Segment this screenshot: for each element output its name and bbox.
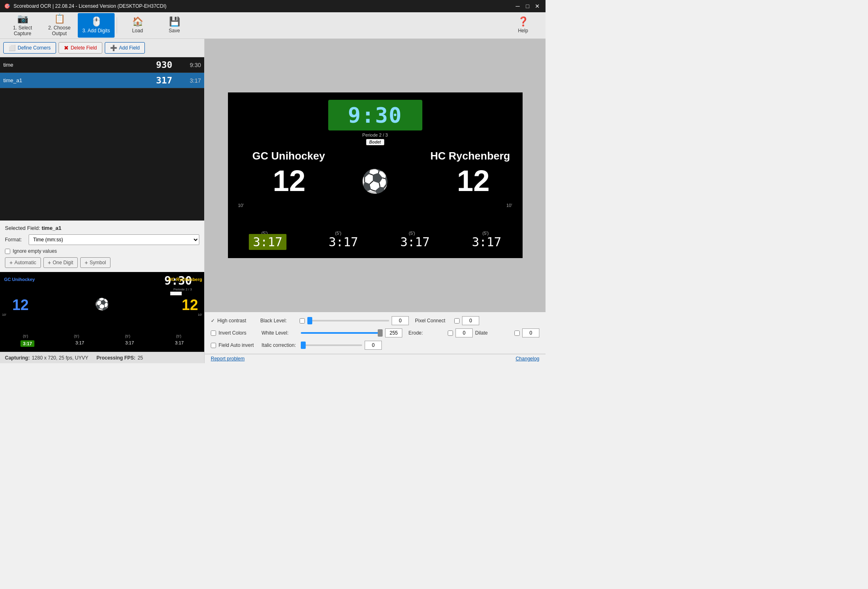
close-button[interactable]: ✕ xyxy=(533,2,541,10)
thumb-period-label-2: (5') xyxy=(74,334,79,338)
automatic-label: Automatic xyxy=(14,260,36,265)
digit-btn-group: + Automatic + One Digit + Symbol xyxy=(5,257,199,268)
left-panel: ⬜ Define Corners ✖ Delete Field ➕ Add Fi… xyxy=(0,39,205,363)
toolbar-choose-output[interactable]: 📋 2. Choose Output xyxy=(41,13,78,38)
define-corners-button[interactable]: ⬜ Define Corners xyxy=(3,42,56,54)
field-auto-invert-checkbox[interactable] xyxy=(211,343,216,348)
dilate-value: 0 xyxy=(522,328,539,337)
minimize-button[interactable]: ─ xyxy=(514,2,522,10)
field-row-time-a1[interactable]: time_a1 317 3:17 xyxy=(0,73,204,88)
thumb-period-label-3: (5') xyxy=(125,334,131,338)
black-level-value: 0 xyxy=(392,316,409,325)
field-row-time[interactable]: time 930 9:30 xyxy=(0,57,204,73)
checkmark-icon: ✓ xyxy=(211,318,215,324)
thumb-period: Periode 2 / 3 xyxy=(174,288,192,291)
toolbar-load[interactable]: 🏠 Load xyxy=(119,13,156,38)
ignore-empty-row: Ignore empty values xyxy=(5,248,199,254)
sb-times-row: 3:17 3:17 3:17 3:17 xyxy=(228,234,523,250)
save-icon: 💾 xyxy=(169,17,180,26)
thumb-ball: ⚽ xyxy=(95,297,109,311)
delete-field-button[interactable]: ✖ Delete Field xyxy=(59,42,102,54)
ignore-empty-checkbox[interactable] xyxy=(5,249,10,254)
thumb-team-right: HC Rychenberg xyxy=(168,277,202,282)
thumb-period-label-1: (5') xyxy=(23,334,28,338)
sb-period: Periode 2 / 3 xyxy=(362,133,388,137)
thumb-time-4: 3:17 xyxy=(175,340,183,347)
window-title: Scoreboard OCR | 22.08.24 - Licensed Ver… xyxy=(14,3,167,9)
format-select[interactable]: Time (mm:ss) Number Text xyxy=(29,234,199,245)
toolbar: 📷 1. Select Capture 📋 2. Choose Output 🖱… xyxy=(0,12,546,39)
main-layout: ⬜ Define Corners ✖ Delete Field ➕ Add Fi… xyxy=(0,39,546,363)
delete-field-label: Delete Field xyxy=(71,45,97,51)
toolbar-save[interactable]: 💾 Save xyxy=(156,13,193,38)
italic-correction-slider[interactable] xyxy=(301,344,362,346)
symbol-button[interactable]: + Symbol xyxy=(80,257,110,268)
sb-time-box: 9:30 xyxy=(328,100,422,130)
italic-correction-label: Italic correction: xyxy=(262,342,298,348)
titlebar-controls: ─ □ ✕ xyxy=(514,2,541,10)
maximize-button[interactable]: □ xyxy=(523,2,532,10)
selected-field-name: time_a1 xyxy=(42,225,61,231)
toolbar-add-digits[interactable]: 🖱️ 3. Add Digits xyxy=(78,13,115,38)
toolbar-help[interactable]: ❓ Help xyxy=(505,13,541,38)
toolbar-help-label: Help xyxy=(518,28,528,34)
titlebar: 🎯 Scoreboard OCR | 22.08.24 - Licensed V… xyxy=(0,0,546,12)
black-level-slider[interactable] xyxy=(307,320,389,321)
field-value-small-time-a1: 3:17 xyxy=(180,77,201,84)
controls-row-3: Field Auto invert Italic correction: 0 xyxy=(211,341,539,350)
capturing-value: 1280 x 720, 25 fps, UYVY xyxy=(32,355,88,361)
sb-team-left: GC Unihockey xyxy=(253,150,325,162)
delete-field-icon: ✖ xyxy=(64,45,69,51)
add-field-icon: ➕ xyxy=(110,45,117,51)
field-value-big-time: 930 xyxy=(156,60,172,70)
sb-time-val-4: 3:17 xyxy=(472,235,501,249)
sb-corner-10-right: 10' xyxy=(506,203,512,208)
sb-ball: ⚽ xyxy=(361,168,389,195)
plus-icon-auto: + xyxy=(9,259,13,266)
black-level-label: Black Level: xyxy=(260,318,297,324)
white-level-slider[interactable] xyxy=(301,332,383,334)
controls-panel: ✓ High contrast Black Level: 0 Pixel Con… xyxy=(205,312,546,354)
thumb-score-right: 12 xyxy=(182,297,198,314)
pixel-connect-label: Pixel Connect xyxy=(415,318,452,324)
plus-icon-sym: + xyxy=(85,259,88,266)
erode-checkbox[interactable] xyxy=(448,330,453,336)
high-contrast-item: ✓ High contrast xyxy=(211,318,254,324)
app-icon: 🎯 xyxy=(4,3,10,9)
action-bar: ⬜ Define Corners ✖ Delete Field ➕ Add Fi… xyxy=(0,39,204,57)
thumb-team-left: GC Unihockey xyxy=(4,277,35,282)
automatic-button[interactable]: + Automatic xyxy=(5,257,41,268)
invert-colors-label: Invert Colors xyxy=(219,330,255,336)
add-field-label: Add Field xyxy=(119,45,140,51)
field-name-time: time xyxy=(3,62,156,68)
sb-corner-10-left: 10' xyxy=(238,203,244,208)
black-level-checkbox[interactable] xyxy=(300,318,305,324)
white-level-value: 255 xyxy=(385,328,402,337)
selected-field-label: Selected Field: time_a1 xyxy=(5,225,199,231)
dilate-checkbox[interactable] xyxy=(514,330,520,336)
toolbar-save-label: Save xyxy=(169,28,180,34)
toolbar-load-label: Load xyxy=(132,28,143,34)
report-problem-link[interactable]: Report problem xyxy=(211,356,245,362)
load-icon: 🏠 xyxy=(132,17,143,26)
pixel-connect-value: 0 xyxy=(462,316,479,325)
sb-team-right: HC Rychenberg xyxy=(430,150,510,162)
thumb-period-labels: (5') (5') (5') (5') xyxy=(0,334,204,338)
format-label: Format: xyxy=(5,237,25,243)
changelog-link[interactable]: Changelog xyxy=(516,356,539,362)
pixel-connect-checkbox[interactable] xyxy=(454,318,460,324)
one-digit-button[interactable]: + One Digit xyxy=(43,257,78,268)
thumb-time-1: 3:17 xyxy=(20,340,34,347)
invert-colors-checkbox[interactable] xyxy=(211,330,216,336)
add-field-button[interactable]: ➕ Add Field xyxy=(105,42,145,54)
main-preview: 9:30 Periode 2 / 3 Bodet GC Unihockey HC… xyxy=(205,39,546,312)
black-level-item: Black Level: 0 xyxy=(260,316,409,325)
toolbar-item-label-3: 3. Add Digits xyxy=(82,28,110,34)
toolbar-select-capture[interactable]: 📷 1. Select Capture xyxy=(4,13,41,38)
camera-icon: 📷 xyxy=(17,14,28,23)
thumb-period-label-4: (5') xyxy=(176,334,181,338)
italic-correction-item: Italic correction: 0 xyxy=(262,341,382,350)
sb-time-item-3: 3:17 xyxy=(400,235,430,249)
field-auto-invert-label: Field Auto invert xyxy=(219,342,255,348)
dilate-label: Dilate xyxy=(475,330,512,336)
